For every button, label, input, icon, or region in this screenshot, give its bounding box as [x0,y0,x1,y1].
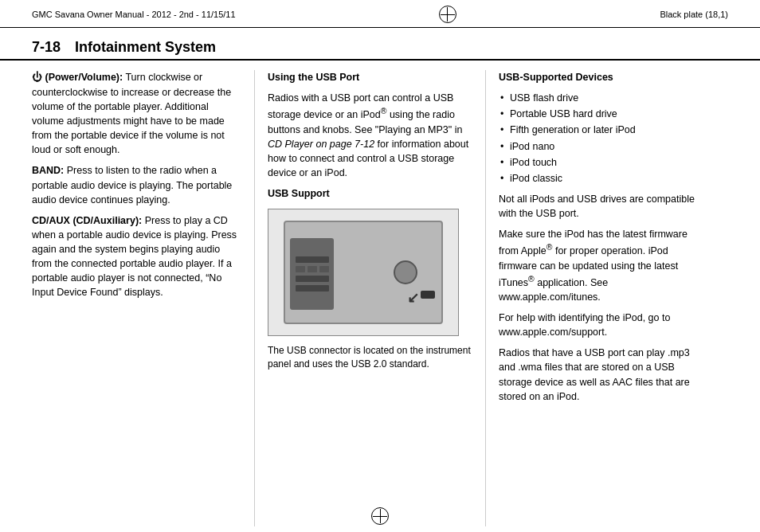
power-text: Turn clockwise or counterclockwise to in… [32,72,231,155]
help-text: For help with identifying the iPod, go t… [499,311,701,339]
using-usb-heading: Using the USB Port [268,70,472,84]
cdaux-label: CD/AUX (CD/Auxiliary): [32,215,142,226]
device-item-5: iPod touch [499,155,701,170]
content-columns: ⏻ (Power/Volume): Turn clockwise or coun… [0,70,760,526]
usb-arrow-icon: ↙ [407,288,419,308]
dash-button-row [296,266,329,272]
page: GMC Savana Owner Manual - 2012 - 2nd - 1… [0,0,760,532]
column-right: USB-Supported Devices USB flash drive Po… [486,70,701,526]
dash-left-panel [290,238,334,310]
usb-image: ↙ [268,209,459,336]
not-all-text: Not all iPods and USB drives are compati… [499,192,701,221]
dash-btn-small-2 [308,266,317,272]
dashboard-panel: ↙ [284,221,443,324]
cdaux-paragraph: CD/AUX (CD/Auxiliary): Press to play a C… [32,213,238,300]
header-crosshair-icon [440,6,456,22]
header-left-text: GMC Savana Owner Manual - 2012 - 2nd - 1… [32,10,236,19]
column-left: ⏻ (Power/Volume): Turn clockwise or coun… [32,70,255,526]
cdaux-text: Press to play a CD when a portable audio… [32,215,237,299]
header-circle [439,6,456,23]
power-label: (Power/Volume): [45,72,123,83]
dash-button-3 [296,285,329,291]
dash-usb-port [421,291,435,299]
device-item-2: Portable USB hard drive [499,107,701,121]
device-item-4: iPod nano [499,139,701,154]
section-number: 7-18 [32,39,61,56]
footer [372,508,388,524]
power-paragraph: ⏻ (Power/Volume): Turn clockwise or coun… [32,70,238,157]
device-item-6: iPod classic [499,171,701,186]
footer-circle [371,507,389,525]
device-item-1: USB flash drive [499,91,701,105]
dash-button-2 [296,276,329,282]
usb-support-heading: USB Support [268,186,472,201]
footer-crosshair-icon [372,508,388,524]
column-middle: Using the USB Port Radios with a USB por… [255,70,486,526]
dash-btn-small-1 [296,266,305,272]
band-label: BAND: [32,165,64,176]
usb-caption: The USB connector is located on the inst… [268,344,472,371]
usb-devices-heading: USB-Supported Devices [499,70,701,84]
band-paragraph: BAND: Press to listen to the radio when … [32,163,238,206]
header-right-text: Black plate (18,1) [660,10,728,19]
header: GMC Savana Owner Manual - 2012 - 2nd - 1… [0,0,760,28]
section-name: Infotainment System [75,39,216,56]
header-center [440,6,456,22]
dash-knob [394,260,417,284]
device-item-3: Fifth generation or later iPod [499,123,701,137]
section-title-bar: 7-18 Infotainment System [0,28,760,61]
usb-intro-content: Radios with a USB port can control a USB… [268,92,468,178]
radios-text: Radios that have a USB port can play .mp… [499,346,701,404]
usb-devices-list: USB flash drive Portable USB hard drive … [499,91,701,186]
firmware-text: Make sure the iPod has the latest firmwa… [499,227,701,304]
dash-btn-small-3 [319,266,329,272]
dash-button-1 [296,256,329,263]
usb-intro-text: Radios with a USB port can control a USB… [268,91,472,180]
power-symbol-icon: ⏻ [32,71,42,83]
